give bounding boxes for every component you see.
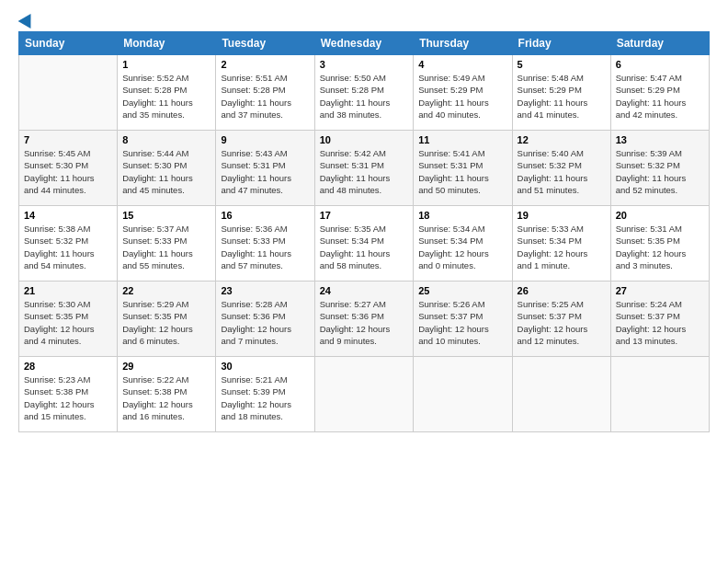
day-number: 7 <box>24 134 112 145</box>
day-number: 19 <box>518 210 606 221</box>
day-info: Sunrise: 5:36 AMSunset: 5:33 PMDaylight:… <box>221 223 309 271</box>
calendar-cell <box>414 357 512 432</box>
calendar-cell: 12Sunrise: 5:40 AMSunset: 5:32 PMDayligh… <box>512 131 610 206</box>
day-info: Sunrise: 5:24 AMSunset: 5:37 PMDaylight:… <box>616 298 704 347</box>
day-info: Sunrise: 5:37 AMSunset: 5:33 PMDaylight:… <box>122 223 210 271</box>
day-info: Sunrise: 5:42 AMSunset: 5:31 PMDaylight:… <box>320 147 409 196</box>
day-number: 20 <box>616 210 704 221</box>
day-info: Sunrise: 5:51 AMSunset: 5:28 PMDaylight:… <box>221 72 309 121</box>
day-number: 12 <box>518 134 606 145</box>
calendar-week-row: 21Sunrise: 5:30 AMSunset: 5:35 PMDayligh… <box>19 282 710 357</box>
calendar-cell: 14Sunrise: 5:38 AMSunset: 5:32 PMDayligh… <box>19 206 118 282</box>
day-info: Sunrise: 5:30 AMSunset: 5:35 PMDaylight:… <box>24 298 112 347</box>
day-info: Sunrise: 5:47 AMSunset: 5:29 PMDaylight:… <box>616 72 704 121</box>
day-info: Sunrise: 5:40 AMSunset: 5:32 PMDaylight:… <box>518 147 606 196</box>
weekday-header-monday: Monday <box>118 32 216 55</box>
day-info: Sunrise: 5:41 AMSunset: 5:31 PMDaylight:… <box>418 147 506 196</box>
calendar-cell: 10Sunrise: 5:42 AMSunset: 5:31 PMDayligh… <box>314 131 414 206</box>
day-info: Sunrise: 5:27 AMSunset: 5:36 PMDaylight:… <box>320 298 409 347</box>
day-info: Sunrise: 5:38 AMSunset: 5:32 PMDaylight:… <box>24 223 112 271</box>
calendar-cell: 1Sunrise: 5:52 AMSunset: 5:28 PMDaylight… <box>118 55 216 131</box>
day-number: 24 <box>320 285 409 296</box>
calendar-cell: 3Sunrise: 5:50 AMSunset: 5:28 PMDaylight… <box>314 55 414 131</box>
calendar-table: SundayMondayTuesdayWednesdayThursdayFrid… <box>18 31 710 432</box>
day-number: 11 <box>418 134 506 145</box>
day-info: Sunrise: 5:26 AMSunset: 5:37 PMDaylight:… <box>418 298 506 347</box>
day-number: 4 <box>418 59 506 70</box>
calendar-week-row: 1Sunrise: 5:52 AMSunset: 5:28 PMDaylight… <box>19 55 710 131</box>
calendar-cell: 7Sunrise: 5:45 AMSunset: 5:30 PMDaylight… <box>19 131 118 206</box>
calendar-cell: 11Sunrise: 5:41 AMSunset: 5:31 PMDayligh… <box>414 131 512 206</box>
calendar-cell: 19Sunrise: 5:33 AMSunset: 5:34 PMDayligh… <box>512 206 610 282</box>
weekday-header-friday: Friday <box>512 32 610 55</box>
day-number: 23 <box>221 285 309 296</box>
day-number: 30 <box>221 361 309 372</box>
day-number: 25 <box>418 285 506 296</box>
day-number: 22 <box>122 285 210 296</box>
logo <box>18 17 35 26</box>
day-info: Sunrise: 5:48 AMSunset: 5:29 PMDaylight:… <box>518 72 606 121</box>
day-info: Sunrise: 5:39 AMSunset: 5:32 PMDaylight:… <box>616 147 704 196</box>
calendar-cell: 20Sunrise: 5:31 AMSunset: 5:35 PMDayligh… <box>610 206 709 282</box>
calendar-cell: 21Sunrise: 5:30 AMSunset: 5:35 PMDayligh… <box>19 282 118 357</box>
calendar-cell: 4Sunrise: 5:49 AMSunset: 5:29 PMDaylight… <box>414 55 512 131</box>
day-number: 18 <box>418 210 506 221</box>
weekday-header-tuesday: Tuesday <box>216 32 314 55</box>
day-number: 9 <box>221 134 309 145</box>
day-info: Sunrise: 5:29 AMSunset: 5:35 PMDaylight:… <box>122 298 210 347</box>
calendar-cell: 28Sunrise: 5:23 AMSunset: 5:38 PMDayligh… <box>19 357 118 432</box>
calendar-cell: 13Sunrise: 5:39 AMSunset: 5:32 PMDayligh… <box>610 131 709 206</box>
calendar-cell: 17Sunrise: 5:35 AMSunset: 5:34 PMDayligh… <box>314 206 414 282</box>
day-number: 27 <box>616 285 704 296</box>
day-info: Sunrise: 5:28 AMSunset: 5:36 PMDaylight:… <box>221 298 309 347</box>
day-number: 8 <box>122 134 210 145</box>
calendar-cell <box>610 357 709 432</box>
calendar-cell: 8Sunrise: 5:44 AMSunset: 5:30 PMDaylight… <box>118 131 216 206</box>
day-info: Sunrise: 5:44 AMSunset: 5:30 PMDaylight:… <box>122 147 210 196</box>
calendar-week-row: 28Sunrise: 5:23 AMSunset: 5:38 PMDayligh… <box>19 357 710 432</box>
day-info: Sunrise: 5:33 AMSunset: 5:34 PMDaylight:… <box>518 223 606 271</box>
day-number: 14 <box>24 210 112 221</box>
day-info: Sunrise: 5:34 AMSunset: 5:34 PMDaylight:… <box>418 223 506 271</box>
day-info: Sunrise: 5:23 AMSunset: 5:38 PMDaylight:… <box>24 373 112 422</box>
calendar-cell: 22Sunrise: 5:29 AMSunset: 5:35 PMDayligh… <box>118 282 216 357</box>
calendar-cell: 5Sunrise: 5:48 AMSunset: 5:29 PMDaylight… <box>512 55 610 131</box>
calendar-cell: 26Sunrise: 5:25 AMSunset: 5:37 PMDayligh… <box>512 282 610 357</box>
calendar-cell <box>19 55 118 131</box>
day-info: Sunrise: 5:35 AMSunset: 5:34 PMDaylight:… <box>320 223 409 271</box>
day-number: 6 <box>616 59 704 70</box>
day-number: 29 <box>122 361 210 372</box>
weekday-header-row: SundayMondayTuesdayWednesdayThursdayFrid… <box>19 32 710 55</box>
day-info: Sunrise: 5:31 AMSunset: 5:35 PMDaylight:… <box>616 223 704 271</box>
day-number: 16 <box>221 210 309 221</box>
calendar-cell: 15Sunrise: 5:37 AMSunset: 5:33 PMDayligh… <box>118 206 216 282</box>
day-number: 13 <box>616 134 704 145</box>
weekday-header-wednesday: Wednesday <box>314 32 414 55</box>
day-info: Sunrise: 5:22 AMSunset: 5:38 PMDaylight:… <box>122 373 210 422</box>
weekday-header-saturday: Saturday <box>610 32 709 55</box>
day-number: 21 <box>24 285 112 296</box>
calendar-cell: 30Sunrise: 5:21 AMSunset: 5:39 PMDayligh… <box>216 357 314 432</box>
day-number: 5 <box>518 59 606 70</box>
calendar-cell <box>512 357 610 432</box>
day-number: 28 <box>24 361 112 372</box>
day-info: Sunrise: 5:25 AMSunset: 5:37 PMDaylight:… <box>518 298 606 347</box>
weekday-header-thursday: Thursday <box>414 32 512 55</box>
day-number: 3 <box>320 59 409 70</box>
day-info: Sunrise: 5:43 AMSunset: 5:31 PMDaylight:… <box>221 147 309 196</box>
day-info: Sunrise: 5:49 AMSunset: 5:29 PMDaylight:… <box>418 72 506 121</box>
calendar-cell: 29Sunrise: 5:22 AMSunset: 5:38 PMDayligh… <box>118 357 216 432</box>
calendar-cell: 9Sunrise: 5:43 AMSunset: 5:31 PMDaylight… <box>216 131 314 206</box>
calendar-cell: 25Sunrise: 5:26 AMSunset: 5:37 PMDayligh… <box>414 282 512 357</box>
calendar-cell: 24Sunrise: 5:27 AMSunset: 5:36 PMDayligh… <box>314 282 414 357</box>
day-number: 15 <box>122 210 210 221</box>
page: SundayMondayTuesdayWednesdayThursdayFrid… <box>0 0 728 563</box>
calendar-cell: 6Sunrise: 5:47 AMSunset: 5:29 PMDaylight… <box>610 55 709 131</box>
day-info: Sunrise: 5:52 AMSunset: 5:28 PMDaylight:… <box>122 72 210 121</box>
calendar-cell: 23Sunrise: 5:28 AMSunset: 5:36 PMDayligh… <box>216 282 314 357</box>
header <box>18 17 710 26</box>
day-number: 10 <box>320 134 409 145</box>
day-info: Sunrise: 5:45 AMSunset: 5:30 PMDaylight:… <box>24 147 112 196</box>
day-info: Sunrise: 5:21 AMSunset: 5:39 PMDaylight:… <box>221 373 309 422</box>
day-info: Sunrise: 5:50 AMSunset: 5:28 PMDaylight:… <box>320 72 409 121</box>
